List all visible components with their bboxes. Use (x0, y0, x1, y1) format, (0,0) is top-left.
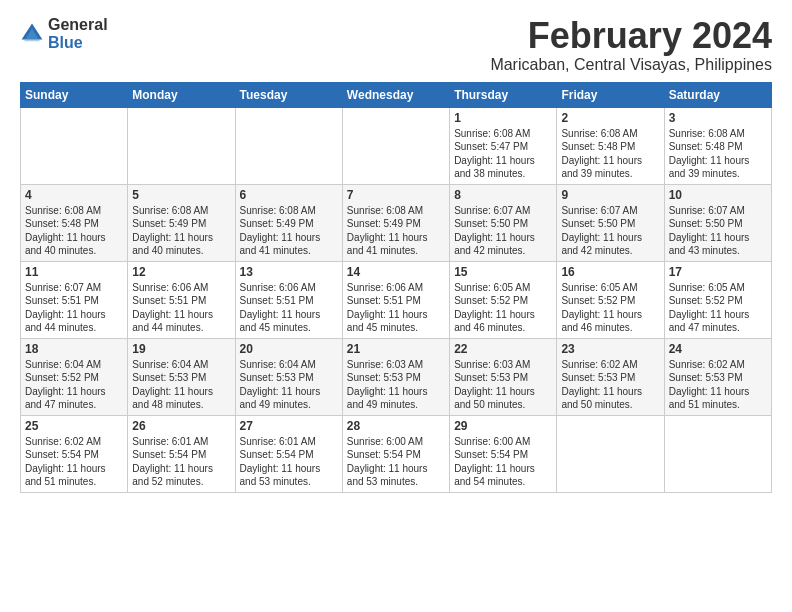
calendar-cell: 22Sunrise: 6:03 AM Sunset: 5:53 PM Dayli… (450, 338, 557, 415)
calendar-cell: 24Sunrise: 6:02 AM Sunset: 5:53 PM Dayli… (664, 338, 771, 415)
calendar-cell (342, 107, 449, 184)
calendar-cell: 2Sunrise: 6:08 AM Sunset: 5:48 PM Daylig… (557, 107, 664, 184)
calendar-cell: 27Sunrise: 6:01 AM Sunset: 5:54 PM Dayli… (235, 415, 342, 492)
cell-daylight-info: Sunrise: 6:02 AM Sunset: 5:53 PM Dayligh… (669, 358, 767, 412)
cell-date-number: 18 (25, 342, 123, 356)
calendar-cell: 26Sunrise: 6:01 AM Sunset: 5:54 PM Dayli… (128, 415, 235, 492)
calendar-cell: 8Sunrise: 6:07 AM Sunset: 5:50 PM Daylig… (450, 184, 557, 261)
calendar-day-header: Thursday (450, 82, 557, 107)
cell-daylight-info: Sunrise: 6:00 AM Sunset: 5:54 PM Dayligh… (347, 435, 445, 489)
cell-date-number: 25 (25, 419, 123, 433)
cell-daylight-info: Sunrise: 6:07 AM Sunset: 5:50 PM Dayligh… (454, 204, 552, 258)
calendar-cell: 13Sunrise: 6:06 AM Sunset: 5:51 PM Dayli… (235, 261, 342, 338)
cell-daylight-info: Sunrise: 6:02 AM Sunset: 5:54 PM Dayligh… (25, 435, 123, 489)
calendar-cell: 28Sunrise: 6:00 AM Sunset: 5:54 PM Dayli… (342, 415, 449, 492)
cell-date-number: 3 (669, 111, 767, 125)
cell-date-number: 1 (454, 111, 552, 125)
calendar-cell: 1Sunrise: 6:08 AM Sunset: 5:47 PM Daylig… (450, 107, 557, 184)
cell-date-number: 22 (454, 342, 552, 356)
calendar-cell: 12Sunrise: 6:06 AM Sunset: 5:51 PM Dayli… (128, 261, 235, 338)
cell-date-number: 28 (347, 419, 445, 433)
calendar-cell (128, 107, 235, 184)
cell-date-number: 26 (132, 419, 230, 433)
calendar-cell: 10Sunrise: 6:07 AM Sunset: 5:50 PM Dayli… (664, 184, 771, 261)
calendar-week-row: 25Sunrise: 6:02 AM Sunset: 5:54 PM Dayli… (21, 415, 772, 492)
cell-daylight-info: Sunrise: 6:07 AM Sunset: 5:51 PM Dayligh… (25, 281, 123, 335)
cell-date-number: 24 (669, 342, 767, 356)
cell-daylight-info: Sunrise: 6:08 AM Sunset: 5:48 PM Dayligh… (25, 204, 123, 258)
cell-daylight-info: Sunrise: 6:06 AM Sunset: 5:51 PM Dayligh… (240, 281, 338, 335)
cell-daylight-info: Sunrise: 6:02 AM Sunset: 5:53 PM Dayligh… (561, 358, 659, 412)
cell-date-number: 11 (25, 265, 123, 279)
cell-daylight-info: Sunrise: 6:05 AM Sunset: 5:52 PM Dayligh… (561, 281, 659, 335)
cell-daylight-info: Sunrise: 6:04 AM Sunset: 5:53 PM Dayligh… (240, 358, 338, 412)
cell-daylight-info: Sunrise: 6:03 AM Sunset: 5:53 PM Dayligh… (454, 358, 552, 412)
subtitle: Maricaban, Central Visayas, Philippines (490, 56, 772, 74)
calendar-cell (557, 415, 664, 492)
calendar-cell: 23Sunrise: 6:02 AM Sunset: 5:53 PM Dayli… (557, 338, 664, 415)
cell-daylight-info: Sunrise: 6:08 AM Sunset: 5:49 PM Dayligh… (240, 204, 338, 258)
calendar-week-row: 11Sunrise: 6:07 AM Sunset: 5:51 PM Dayli… (21, 261, 772, 338)
cell-daylight-info: Sunrise: 6:07 AM Sunset: 5:50 PM Dayligh… (669, 204, 767, 258)
calendar-cell: 5Sunrise: 6:08 AM Sunset: 5:49 PM Daylig… (128, 184, 235, 261)
calendar-cell: 15Sunrise: 6:05 AM Sunset: 5:52 PM Dayli… (450, 261, 557, 338)
cell-daylight-info: Sunrise: 6:04 AM Sunset: 5:52 PM Dayligh… (25, 358, 123, 412)
cell-date-number: 29 (454, 419, 552, 433)
calendar-cell: 20Sunrise: 6:04 AM Sunset: 5:53 PM Dayli… (235, 338, 342, 415)
calendar-cell (21, 107, 128, 184)
cell-date-number: 6 (240, 188, 338, 202)
calendar-cell: 9Sunrise: 6:07 AM Sunset: 5:50 PM Daylig… (557, 184, 664, 261)
cell-date-number: 14 (347, 265, 445, 279)
calendar-day-header: Friday (557, 82, 664, 107)
cell-date-number: 9 (561, 188, 659, 202)
calendar-header-row: SundayMondayTuesdayWednesdayThursdayFrid… (21, 82, 772, 107)
cell-daylight-info: Sunrise: 6:04 AM Sunset: 5:53 PM Dayligh… (132, 358, 230, 412)
cell-date-number: 20 (240, 342, 338, 356)
cell-date-number: 8 (454, 188, 552, 202)
logo-icon (20, 22, 44, 46)
logo-text: General Blue (48, 16, 108, 52)
cell-date-number: 2 (561, 111, 659, 125)
calendar-cell: 11Sunrise: 6:07 AM Sunset: 5:51 PM Dayli… (21, 261, 128, 338)
logo-general: General (48, 16, 108, 33)
calendar-day-header: Tuesday (235, 82, 342, 107)
calendar-cell: 18Sunrise: 6:04 AM Sunset: 5:52 PM Dayli… (21, 338, 128, 415)
calendar-cell: 17Sunrise: 6:05 AM Sunset: 5:52 PM Dayli… (664, 261, 771, 338)
logo-blue: Blue (48, 34, 83, 51)
calendar-cell: 21Sunrise: 6:03 AM Sunset: 5:53 PM Dayli… (342, 338, 449, 415)
calendar-week-row: 1Sunrise: 6:08 AM Sunset: 5:47 PM Daylig… (21, 107, 772, 184)
cell-daylight-info: Sunrise: 6:08 AM Sunset: 5:47 PM Dayligh… (454, 127, 552, 181)
calendar-table: SundayMondayTuesdayWednesdayThursdayFrid… (20, 82, 772, 493)
calendar-cell: 3Sunrise: 6:08 AM Sunset: 5:48 PM Daylig… (664, 107, 771, 184)
cell-daylight-info: Sunrise: 6:01 AM Sunset: 5:54 PM Dayligh… (240, 435, 338, 489)
cell-daylight-info: Sunrise: 6:05 AM Sunset: 5:52 PM Dayligh… (669, 281, 767, 335)
cell-date-number: 23 (561, 342, 659, 356)
title-area: February 2024 Maricaban, Central Visayas… (490, 16, 772, 74)
cell-date-number: 19 (132, 342, 230, 356)
cell-daylight-info: Sunrise: 6:01 AM Sunset: 5:54 PM Dayligh… (132, 435, 230, 489)
cell-date-number: 27 (240, 419, 338, 433)
cell-daylight-info: Sunrise: 6:00 AM Sunset: 5:54 PM Dayligh… (454, 435, 552, 489)
cell-date-number: 16 (561, 265, 659, 279)
cell-date-number: 17 (669, 265, 767, 279)
logo: General Blue (20, 16, 108, 52)
cell-date-number: 5 (132, 188, 230, 202)
calendar-day-header: Wednesday (342, 82, 449, 107)
cell-date-number: 12 (132, 265, 230, 279)
calendar-cell: 6Sunrise: 6:08 AM Sunset: 5:49 PM Daylig… (235, 184, 342, 261)
calendar-week-row: 4Sunrise: 6:08 AM Sunset: 5:48 PM Daylig… (21, 184, 772, 261)
calendar-week-row: 18Sunrise: 6:04 AM Sunset: 5:52 PM Dayli… (21, 338, 772, 415)
page-header: General Blue February 2024 Maricaban, Ce… (20, 16, 772, 74)
calendar-cell: 14Sunrise: 6:06 AM Sunset: 5:51 PM Dayli… (342, 261, 449, 338)
cell-daylight-info: Sunrise: 6:08 AM Sunset: 5:48 PM Dayligh… (561, 127, 659, 181)
cell-date-number: 7 (347, 188, 445, 202)
calendar-cell (235, 107, 342, 184)
cell-daylight-info: Sunrise: 6:05 AM Sunset: 5:52 PM Dayligh… (454, 281, 552, 335)
calendar-day-header: Monday (128, 82, 235, 107)
calendar-day-header: Sunday (21, 82, 128, 107)
cell-daylight-info: Sunrise: 6:08 AM Sunset: 5:49 PM Dayligh… (132, 204, 230, 258)
cell-daylight-info: Sunrise: 6:08 AM Sunset: 5:49 PM Dayligh… (347, 204, 445, 258)
cell-date-number: 4 (25, 188, 123, 202)
calendar-cell (664, 415, 771, 492)
cell-date-number: 15 (454, 265, 552, 279)
